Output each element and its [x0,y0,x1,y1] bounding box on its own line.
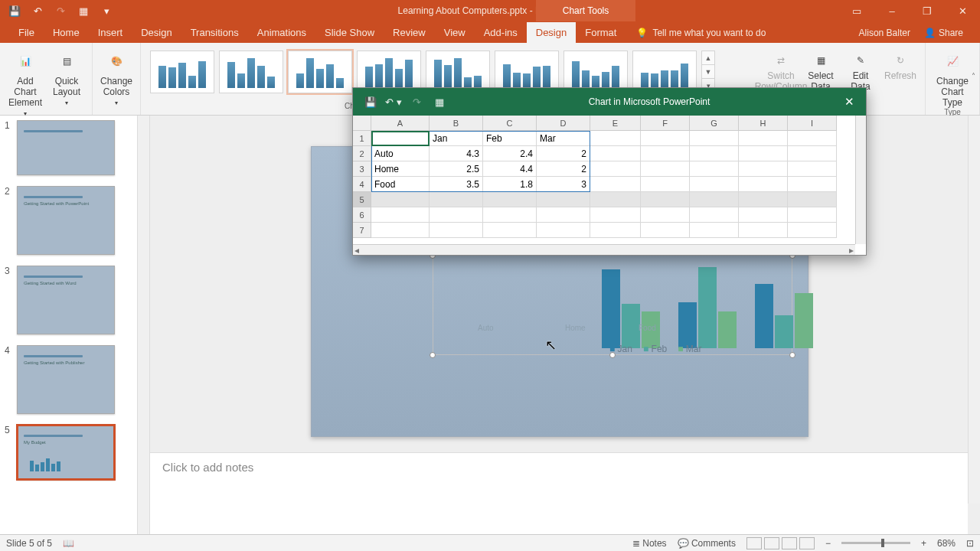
excel-scrollbar-vertical[interactable] [855,116,866,244]
row-header[interactable]: 1 [353,131,371,146]
grid-cell[interactable] [690,192,739,207]
grid-cell[interactable]: Food [371,177,430,192]
change-colors-button[interactable]: 🎨 Change Colors▾ [97,46,136,106]
tell-me[interactable]: 💡 Tell me what you want to do [636,28,766,43]
grid-cell[interactable] [788,192,837,207]
grid-cell[interactable] [788,207,837,223]
grid-cell[interactable] [641,177,690,192]
slide-thumbnail[interactable] [17,120,115,175]
grid-cell[interactable] [788,146,837,161]
excel-close-button[interactable]: ✕ [840,93,858,111]
row-header[interactable]: 5 [353,192,371,207]
grid-cell[interactable] [641,192,690,207]
sorter-view-button[interactable] [764,537,779,549]
grid-cell[interactable]: Mar [537,131,590,146]
grid-cell[interactable] [690,207,739,223]
col-header[interactable]: A [371,116,430,131]
tab-animations[interactable]: Animations [248,22,315,43]
fit-to-window-button[interactable]: ⊡ [966,538,974,549]
grid-cell[interactable] [739,192,788,207]
share-button[interactable]: 👤Share [924,28,963,38]
grid-cell[interactable]: 2 [537,146,590,161]
grid-cell[interactable] [371,131,430,146]
tab-add-ins[interactable]: Add-ins [475,22,527,43]
grid-cell[interactable]: 3.5 [430,177,483,192]
grid-cell[interactable] [690,223,739,238]
grid-cell[interactable] [690,146,739,161]
collapse-ribbon-icon[interactable]: ˄ [972,72,975,80]
tab-slide-show[interactable]: Slide Show [315,22,384,43]
grid-cell[interactable] [371,207,430,223]
excel-grid[interactable]: 1JanFebMar2Auto4.32.423Home2.54.424Food3… [353,131,866,238]
select-all-corner[interactable] [353,116,371,131]
grid-cell[interactable] [739,161,788,177]
col-header[interactable]: E [590,116,641,131]
grid-cell[interactable] [590,192,641,207]
grid-cell[interactable] [690,177,739,192]
tab-design[interactable]: Design [132,22,181,43]
grid-cell[interactable] [590,223,641,238]
grid-cell[interactable] [430,223,483,238]
grid-cell[interactable] [641,207,690,223]
thumbnails-scrollbar[interactable] [137,116,149,534]
slide-thumbnail[interactable]: My Budget [17,425,115,480]
grid-cell[interactable]: 2.5 [430,161,483,177]
slide-thumbnail[interactable]: Getting Started with PowerPoint [17,186,115,255]
grid-cell[interactable] [371,192,430,207]
selection-handle[interactable] [789,352,795,358]
ribbon-display-options-icon[interactable]: ▭ [839,0,874,21]
row-header[interactable]: 3 [353,161,371,177]
zoom-slider[interactable] [841,542,910,544]
grid-cell[interactable] [641,161,690,177]
col-header[interactable]: H [739,116,788,131]
grid-cell[interactable] [739,207,788,223]
excel-redo-icon[interactable]: ↷ [407,93,426,110]
grid-cell[interactable]: 2.4 [483,146,537,161]
excel-save-icon[interactable]: 💾 [361,93,381,110]
col-header[interactable]: G [690,116,739,131]
grid-cell[interactable] [537,192,590,207]
grid-cell[interactable] [371,223,430,238]
excel-scrollbar-horizontal[interactable]: ◂ ▸ [353,244,855,255]
gallery-scroll-icon[interactable]: ▼ [702,65,714,79]
grid-cell[interactable]: Feb [483,131,537,146]
slide-thumbnail[interactable]: Getting Started with Publisher [17,345,115,414]
row-header[interactable]: 6 [353,207,371,223]
grid-cell[interactable] [590,146,641,161]
row-header[interactable]: 7 [353,223,371,238]
add-chart-element-button[interactable]: 📊 Add Chart Element▾ [5,46,46,117]
grid-cell[interactable] [590,131,641,146]
notes-button[interactable]: ≣ Notes [632,538,667,549]
start-from-beginning-icon[interactable]: ▦ [74,2,93,19]
chart-data-window[interactable]: 💾 ↶ ▾ ↷ ▦ Chart in Microsoft PowerPoint … [352,87,867,256]
tab-insert[interactable]: Insert [89,22,132,43]
grid-cell[interactable]: 4.3 [430,146,483,161]
grid-cell[interactable] [537,223,590,238]
grid-cell[interactable]: Auto [371,146,430,161]
grid-cell[interactable] [739,146,788,161]
grid-cell[interactable]: Home [371,161,430,177]
notes-pane[interactable]: Click to add notes [150,452,968,534]
refresh-data-button[interactable]: ↻Refresh [880,46,920,106]
grid-cell[interactable]: 3 [537,177,590,192]
grid-cell[interactable] [430,207,483,223]
col-header[interactable]: C [483,116,537,131]
slideshow-view-button[interactable] [799,537,815,549]
grid-cell[interactable] [739,177,788,192]
row-header[interactable]: 4 [353,177,371,192]
col-header[interactable]: B [430,116,483,131]
tab-review[interactable]: Review [384,22,435,43]
grid-cell[interactable] [788,223,837,238]
grid-cell[interactable]: 2 [537,161,590,177]
grid-cell[interactable] [641,223,690,238]
grid-cell[interactable] [537,207,590,223]
minimize-icon[interactable]: – [874,0,910,21]
grid-cell[interactable] [690,131,739,146]
grid-cell[interactable] [641,146,690,161]
change-chart-type-button[interactable]: 📈 Change Chart Type [930,46,975,108]
col-header[interactable]: I [788,116,837,131]
grid-cell[interactable] [739,131,788,146]
reading-view-button[interactable] [782,537,797,549]
grid-cell[interactable]: 1.8 [483,177,537,192]
grid-cell[interactable] [788,131,837,146]
